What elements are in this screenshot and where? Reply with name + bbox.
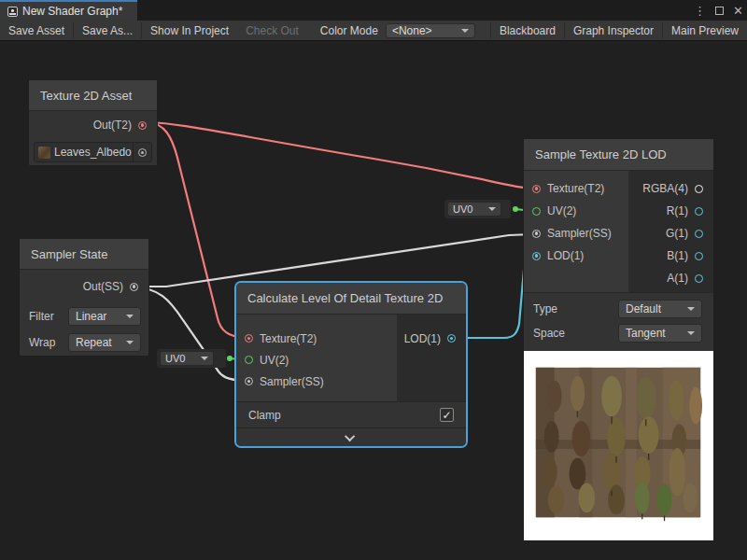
node-sample-texture-2d-lod[interactable]: Sample Texture 2D LOD Texture(T2) UV(2) … [523,138,714,541]
tab-new-shader-graph[interactable]: New Shader Graph* [0,0,137,21]
node-title[interactable]: Texture 2D Asset [29,80,157,111]
port-label-sampler: Sampler(SS) [547,227,612,240]
graph-canvas[interactable]: Texture 2D Asset Out(T2) Leaves_Albedo S… [0,41,747,560]
window-menu-button[interactable]: ⋮ [694,5,706,17]
port-label-lod-out: LOD(1) [404,332,441,345]
port-label-out-t2: Out(T2) [93,119,132,132]
port-out-rgba[interactable] [695,185,703,193]
chevron-down-icon [687,331,695,335]
edge-texture-to-sample[interactable] [148,122,532,189]
object-picker-button[interactable] [133,143,151,161]
filter-value: Linear [76,310,106,323]
chevron-down-icon [687,307,695,311]
port-out-ss[interactable] [130,283,138,291]
port-label-sampler: Sampler(SS) [260,375,324,388]
main-preview-toggle-button[interactable]: Main Preview [663,21,747,40]
port-out-r[interactable] [695,207,703,216]
node-title[interactable]: Sampler State [20,239,148,270]
chevron-down-icon [126,341,134,344]
uv-wire-dot [513,206,518,212]
port-label-rgba: RGBA(4) [642,182,688,195]
uv0-value: UV0 [165,353,185,364]
port-out-a[interactable] [695,274,703,283]
texture-asset-name: Leaves_Albedo [54,146,133,159]
port-in-uv[interactable] [532,207,541,216]
node-texture-2d-asset[interactable]: Texture 2D Asset Out(T2) Leaves_Albedo [28,79,158,166]
uv0-dropdown[interactable]: UV0 [160,351,214,366]
node-sampler-state[interactable]: Sampler State Out(SS) Filter Linear Wrap… [19,238,149,357]
show-in-project-button[interactable]: Show In Project [142,21,237,40]
clamp-checkbox[interactable] [440,408,454,422]
port-label-b: B(1) [667,249,688,262]
graph-inspector-toggle-button[interactable]: Graph Inspector [565,21,662,40]
color-mode-dropdown[interactable]: <None> [386,23,475,38]
port-label-g: G(1) [666,227,688,240]
chevron-down-icon [126,315,134,318]
chevron-down-icon [461,29,469,33]
window-maximize-button[interactable] [715,7,724,15]
port-label-out-ss: Out(SS) [83,280,123,293]
port-out-g[interactable] [695,230,703,238]
port-out-lod[interactable] [447,334,456,343]
shader-graph-icon [7,7,18,17]
port-label-uv: UV(2) [260,354,289,367]
wrap-value: Repeat [76,336,112,349]
color-mode-value: <None> [392,24,432,37]
port-label-a: A(1) [667,272,688,285]
wrap-label: Wrap [29,336,55,349]
chevron-down-icon [345,430,355,441]
port-out-t2[interactable] [138,121,147,130]
tab-title: New Shader Graph* [22,5,122,18]
edge-sampler-to-sample[interactable] [134,234,532,287]
uv0-dropdown[interactable]: UV0 [447,202,501,217]
node-title[interactable]: Calculate Level Of Detail Texture 2D [236,283,466,315]
port-label-r: R(1) [667,204,688,217]
uv0-value: UV0 [453,203,472,215]
type-label: Type [533,302,557,315]
check-out-button: Check Out [237,21,307,40]
shader-graph-toolbar: Save Asset Save As... Show In Project Ch… [0,21,747,41]
texture-object-field[interactable]: Leaves_Albedo [34,142,152,162]
texture-thumbnail-icon [38,147,50,159]
filter-label: Filter [29,310,54,323]
port-label-texture: Texture(T2) [260,332,317,345]
save-asset-button[interactable]: Save Asset [0,21,73,40]
toolbar-spacer [307,21,317,40]
filter-dropdown[interactable]: Linear [68,307,141,326]
uv-channel-selector[interactable]: UV0 [444,200,511,218]
port-label-texture: Texture(T2) [547,182,604,195]
port-out-b[interactable] [695,252,703,260]
port-label-lod: LOD(1) [547,249,584,262]
blackboard-toggle-button[interactable]: Blackboard [491,21,564,40]
save-as-button[interactable]: Save As... [74,21,141,40]
space-label: Space [533,327,565,340]
clamp-label: Clamp [248,409,281,422]
space-value: Tangent [626,327,666,340]
window-titlebar: New Shader Graph* ⋮ ✕ [0,0,747,21]
port-in-lod[interactable] [532,252,541,260]
type-dropdown[interactable]: Default [618,300,702,318]
chevron-down-icon [201,357,208,360]
port-in-sampler[interactable] [245,377,253,385]
uv-channel-selector[interactable]: UV0 [157,349,226,368]
toolbar-spacer [481,21,490,40]
port-in-texture[interactable] [532,185,541,193]
target-picker-icon [138,148,147,157]
uv-wire-dot [227,356,233,361]
node-title[interactable]: Sample Texture 2D LOD [524,139,713,171]
port-in-sampler[interactable] [532,230,541,238]
node-preview-image [524,351,713,540]
wrap-dropdown[interactable]: Repeat [68,333,141,352]
chevron-down-icon [488,207,496,211]
node-calculate-lod-texture-2d[interactable]: Calculate Level Of Detail Texture 2D Tex… [234,281,468,448]
node-collapse-button[interactable] [236,427,466,446]
type-value: Default [626,302,661,315]
space-dropdown[interactable]: Tangent [618,324,702,343]
window-close-button[interactable]: ✕ [733,5,743,17]
color-mode-label: Color Mode [317,21,386,40]
port-in-uv[interactable] [245,356,253,364]
port-label-uv: UV(2) [547,204,576,217]
port-in-texture[interactable] [245,334,253,343]
